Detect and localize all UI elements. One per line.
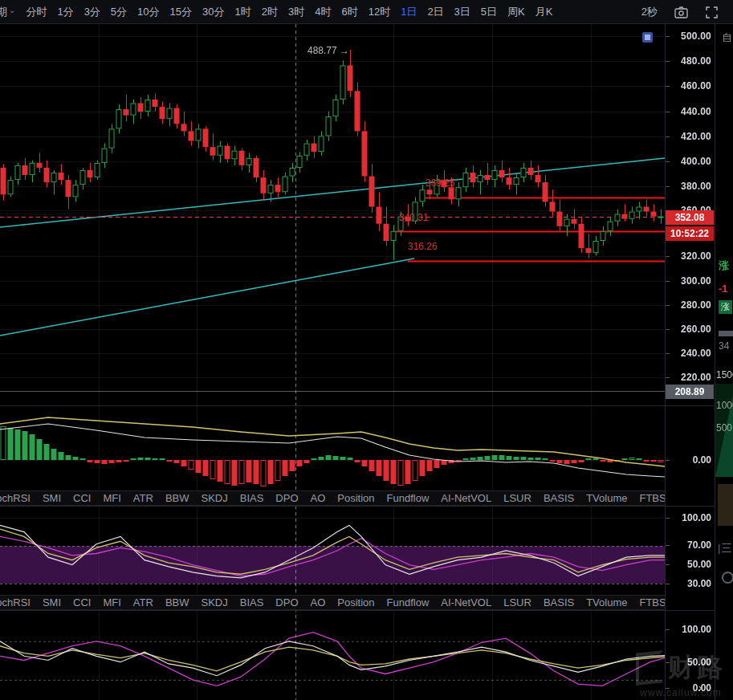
volume-text: 34 [719,340,729,352]
indicator-tab-bias[interactable]: BIAS [240,492,264,504]
interval-1时[interactable]: 1时 [235,5,251,19]
price-tick: 380.00 [665,181,711,192]
indicator-tabs-row-2: StochRSISMICCIMFIATRBBWSKDJBIASDPOAOPosi… [0,595,665,610]
trading-terminal: 期 ⌄ 分时1分3分5分10分15分30分1时2时3时4时6时12时1日2日3日… [0,0,733,700]
indicator-tab-ai-netvol[interactable]: AI-NetVOL [441,596,491,608]
indicator-tab-ftbs[interactable]: FTBS [639,492,665,504]
indicator-tab-mfi[interactable]: MFI [103,492,120,504]
up-badge: 涨 [719,300,732,314]
interval-3日[interactable]: 3日 [454,5,470,19]
indicator-tick: 100.00 [665,512,711,523]
interval-分时[interactable]: 分时 [26,5,47,19]
indicator-tab-smi[interactable]: SMI [43,596,61,608]
favorites-label[interactable]: 自 [722,31,732,45]
fullscreen-icon[interactable] [704,5,719,19]
price-tick: 240.00 [665,348,711,359]
indicator-tab-dpo[interactable]: DPO [275,492,298,504]
indicator-tab-ao[interactable]: AO [311,596,326,608]
indicator-tab-fundflow[interactable]: Fundflow [387,596,430,608]
interval-周K[interactable]: 周K [507,5,525,19]
price-up-text: 涨 [719,258,729,273]
mid-price-label: 340.31 [399,212,429,223]
indicator-tabs-row-1: StochRSISMICCIMFIATRBBWSKDJBIASDPOAOPosi… [0,490,665,506]
period-dropdown[interactable]: 期 ⌄ [0,5,15,19]
indicator-tab-basis[interactable]: BASIS [544,596,574,608]
indicator-tab-dpo[interactable]: DPO [275,596,298,608]
price-tick: 460.00 [665,80,711,92]
price-tick: 280.00 [665,299,711,311]
interval-30分[interactable]: 30分 [202,5,224,19]
high-price-label: 488.77 → [307,45,349,56]
indicator-tab-bbw[interactable]: BBW [165,492,189,504]
interval-3分[interactable]: 3分 [84,5,100,19]
list-icon[interactable]: |三 [718,541,731,556]
period-label: 期 [0,5,7,19]
indicator-tab-stochrsi[interactable]: StochRSI [0,596,31,608]
indicator-tab-ao[interactable]: AO [311,492,326,504]
indicator-tab-atr[interactable]: ATR [133,492,153,504]
price-axis[interactable]: 500.00480.00460.00440.00420.00400.00380.… [665,24,715,700]
sidebar-strip: 自 涨 -1 涨 34 1500 1000 500 |三 [715,24,733,700]
indicator-tick: 50.00 [665,559,711,570]
avatar-circle-icon[interactable] [722,572,733,584]
axis-expand-arrow[interactable]: › [698,682,702,694]
heat-block [718,484,733,526]
interval-6时[interactable]: 6时 [341,5,357,19]
price-tick: 300.00 [665,275,711,287]
depth-tick-1500: 1500 [716,369,733,381]
price-tick: 480.00 [665,55,711,67]
indicator-tab-cci[interactable]: CCI [73,596,91,608]
interval-toolbar: 期 ⌄ 分时1分3分5分10分15分30分1时2时3时4时6时12时1日2日3日… [0,0,733,24]
indicator-tick: 100.00 [665,624,711,635]
interval-10分[interactable]: 10分 [137,5,159,19]
candle-countdown: 2秒 [641,5,658,19]
interval-1日[interactable]: 1日 [401,5,417,19]
interval-月K[interactable]: 月K [535,5,553,19]
chevron-down-icon: ⌄ [9,6,15,14]
indicator-tick: 0.00 [665,682,711,694]
indicator-tab-skdj[interactable]: SKDJ [202,596,228,608]
price-tick: 420.00 [665,131,711,142]
indicator-tab-bbw[interactable]: BBW [165,596,189,608]
indicator-tab-lsur[interactable]: LSUR [503,492,531,504]
indicator-tab-skdj[interactable]: SKDJ [202,492,228,504]
indicator-tab-lsur[interactable]: LSUR [503,596,531,608]
indicator-tab-position[interactable]: Position [337,492,374,504]
indicator-tab-position[interactable]: Position [337,596,374,608]
price-tick: 500.00 [665,31,711,42]
price-tick: 220.00 [665,372,711,383]
change-negative-text: -1 [719,283,728,295]
camera-icon[interactable] [674,5,688,19]
indicator-tab-tvolume[interactable]: TVolume [586,492,627,504]
interval-15分[interactable]: 15分 [170,5,192,19]
price-tick: 320.00 [665,250,711,262]
interval-2时[interactable]: 2时 [262,5,278,19]
indicator-tab-cci[interactable]: CCI [73,492,91,504]
low-marker-badge: 208.89 [666,385,714,399]
interval-5日[interactable]: 5日 [481,5,497,19]
interval-1分[interactable]: 1分 [57,5,73,19]
indicator-tab-stochrsi[interactable]: StochRSI [0,492,31,504]
panel-widget-icon[interactable] [642,32,653,43]
countdown-time-badge: 10:52:22 [666,226,714,241]
indicator-tab-basis[interactable]: BASIS [544,492,574,504]
indicator-tab-ai-netvol[interactable]: AI-NetVOL [441,492,491,504]
indicator-tab-mfi[interactable]: MFI [103,596,120,608]
volume-bar [719,331,733,336]
interval-2日[interactable]: 2日 [427,5,443,19]
indicator-tick: 30.00 [665,578,711,589]
indicator-tab-fundflow[interactable]: Fundflow [387,492,430,504]
indicator-tick: 70.00 [665,539,711,551]
indicator-tab-smi[interactable]: SMI [43,492,61,504]
indicator-tab-ftbs[interactable]: FTBS [639,596,665,608]
depth-tick-1000: 1000 [716,400,733,411]
indicator-tick: 50.00 [665,657,711,668]
indicator-tab-tvolume[interactable]: TVolume [586,596,627,608]
indicator-tick: 0.00 [665,454,711,466]
indicator-tab-atr[interactable]: ATR [133,596,153,608]
indicator-tab-bias[interactable]: BIAS [240,596,264,608]
interval-5分[interactable]: 5分 [111,5,127,19]
interval-3时[interactable]: 3时 [288,5,304,19]
interval-4时[interactable]: 4时 [315,5,331,19]
interval-12时[interactable]: 12时 [369,5,390,19]
